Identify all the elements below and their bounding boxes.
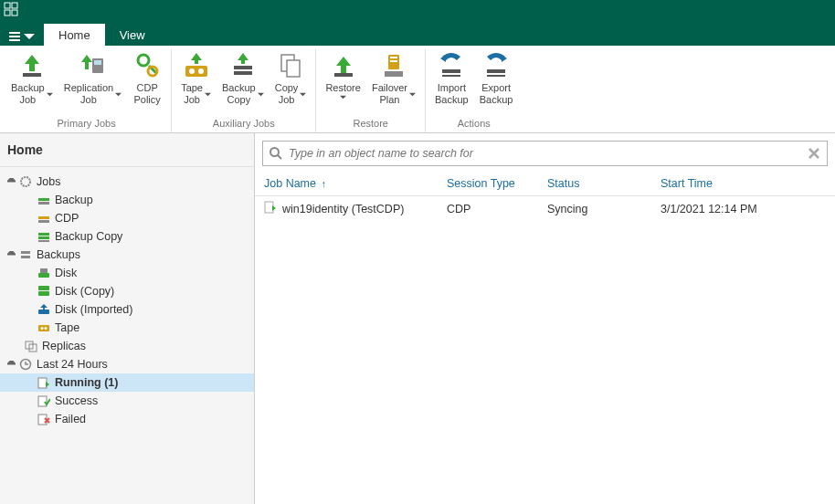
import-backup-button[interactable]: Import Backup <box>429 49 474 116</box>
svg-rect-6 <box>9 39 20 41</box>
ribbon-label: Restore <box>325 82 361 94</box>
tree-node-replicas[interactable]: Replicas <box>0 337 254 355</box>
col-start-time[interactable]: Start Time <box>651 172 835 196</box>
tree-label: Failed <box>55 413 86 425</box>
tree-node-running[interactable]: Running (1) <box>0 373 254 392</box>
disk-imported-icon <box>37 302 51 317</box>
ribbon-label: Replication Job <box>64 82 113 106</box>
job-row-icon <box>264 201 277 216</box>
svg-rect-31 <box>38 216 49 219</box>
tree-label: Last 24 Hours <box>37 358 108 371</box>
disk-icon <box>37 266 51 280</box>
tree-label: Disk (Imported) <box>55 303 132 316</box>
sort-asc-icon: ↑ <box>321 178 326 189</box>
export-backup-button[interactable]: Export Backup <box>474 49 519 116</box>
collapse-icon[interactable] <box>5 359 16 370</box>
tree-node-backups[interactable]: Backups <box>0 246 254 264</box>
svg-rect-27 <box>487 75 505 77</box>
svg-point-14 <box>198 68 204 74</box>
svg-rect-3 <box>12 10 17 16</box>
cell-status: Syncing <box>538 196 651 222</box>
ribbon-label: Copy Job <box>275 82 299 106</box>
svg-rect-15 <box>234 66 252 69</box>
tree-label: CDP <box>55 212 79 225</box>
backup-copy-icon <box>37 229 51 244</box>
svg-rect-49 <box>38 378 47 388</box>
svg-rect-5 <box>9 36 20 37</box>
disk-copy-icon <box>37 284 51 299</box>
ribbon-label: Export Backup <box>480 82 513 106</box>
svg-rect-0 <box>5 3 10 8</box>
svg-rect-37 <box>21 256 30 258</box>
replicas-icon <box>24 339 38 353</box>
ribbon-group-actions: Import Backup Export Backup Actions <box>426 49 522 132</box>
export-backup-icon <box>481 51 511 80</box>
tree-node-backup[interactable]: Backup <box>0 191 254 209</box>
search-input[interactable] <box>289 147 807 160</box>
tree-node-success[interactable]: Success <box>0 392 254 410</box>
col-session-type[interactable]: Session Type <box>438 172 538 196</box>
tree-node-failed[interactable]: Failed <box>0 410 254 428</box>
tree-node-disk-imported[interactable]: Disk (Imported) <box>0 300 254 319</box>
replication-job-button[interactable]: Replication Job <box>58 49 127 116</box>
tree-label: Disk <box>55 267 77 279</box>
svg-point-52 <box>270 148 279 156</box>
tree-label: Backups <box>37 248 80 261</box>
tree-label: Tape <box>55 321 79 334</box>
tab-view[interactable]: View <box>105 24 160 46</box>
svg-rect-26 <box>487 69 505 73</box>
cdp-policy-button[interactable]: CDP Policy <box>127 49 167 116</box>
tree-label: Backup <box>55 194 93 206</box>
svg-rect-2 <box>5 10 10 16</box>
failover-plan-button[interactable]: Failover Plan <box>366 49 421 116</box>
title-bar <box>0 0 835 22</box>
main-panel: Job Name ↑ Session Type Status Start Tim… <box>255 133 835 504</box>
backup-job-button[interactable]: Backup Job <box>5 49 58 116</box>
copy-job-button[interactable]: Copy Job <box>270 49 312 116</box>
ribbon: Backup Job Replication Job CDP Policy Pr… <box>0 46 835 133</box>
backup-copy-icon <box>228 51 258 80</box>
tree-node-last-24-hours[interactable]: Last 24 Hours <box>0 355 254 373</box>
cell-session-type: CDP <box>438 196 538 222</box>
svg-point-28 <box>21 177 30 186</box>
tab-home[interactable]: Home <box>44 24 105 46</box>
sidebar: Home Jobs Backup CDP Backup Copy <box>0 133 255 504</box>
tree-node-tape[interactable]: Tape <box>0 319 254 337</box>
svg-rect-38 <box>38 273 49 278</box>
cell-job-name: win19identity (TestCDP) <box>282 203 404 215</box>
svg-point-10 <box>138 55 149 66</box>
ribbon-label: Import Backup <box>435 82 469 106</box>
collapse-icon[interactable] <box>5 176 16 187</box>
col-status[interactable]: Status <box>538 172 651 196</box>
tape-job-button[interactable]: Tape Job <box>175 49 217 116</box>
tree-label: Replicas <box>42 340 86 352</box>
jobs-grid: Job Name ↑ Session Type Status Start Tim… <box>255 172 835 504</box>
table-row[interactable]: win19identity (TestCDP) CDP Syncing 3/1/… <box>255 196 835 222</box>
tree-node-backup-copy[interactable]: Backup Copy <box>0 227 254 246</box>
svg-rect-36 <box>21 251 30 254</box>
clear-search-button[interactable] <box>807 146 821 161</box>
collapse-icon[interactable] <box>5 249 16 260</box>
ribbon-label: Backup Job <box>11 82 45 106</box>
tree-node-disk-copy[interactable]: Disk (Copy) <box>0 282 254 300</box>
tree-node-cdp[interactable]: CDP <box>0 209 254 227</box>
restore-button[interactable]: Restore <box>320 49 366 116</box>
svg-rect-7 <box>23 73 41 77</box>
tree-node-jobs[interactable]: Jobs <box>0 173 254 191</box>
file-menu-button[interactable] <box>0 27 44 46</box>
tree-label: Jobs <box>37 175 60 188</box>
cdp-policy-icon <box>132 51 162 80</box>
svg-rect-23 <box>385 71 403 77</box>
ribbon-group-label: Actions <box>458 116 491 132</box>
svg-point-45 <box>45 327 48 330</box>
svg-rect-43 <box>38 325 49 331</box>
tape-job-icon <box>182 51 211 80</box>
nav-tree: Jobs Backup CDP Backup Copy Backups <box>0 167 254 504</box>
svg-rect-4 <box>9 32 20 34</box>
copy-job-icon <box>276 51 305 80</box>
svg-rect-29 <box>38 198 49 201</box>
col-job-name[interactable]: Job Name ↑ <box>255 172 438 196</box>
ribbon-label: Backup Copy <box>222 82 256 106</box>
backup-copy-button[interactable]: Backup Copy <box>217 49 270 116</box>
tree-node-disk[interactable]: Disk <box>0 264 254 282</box>
